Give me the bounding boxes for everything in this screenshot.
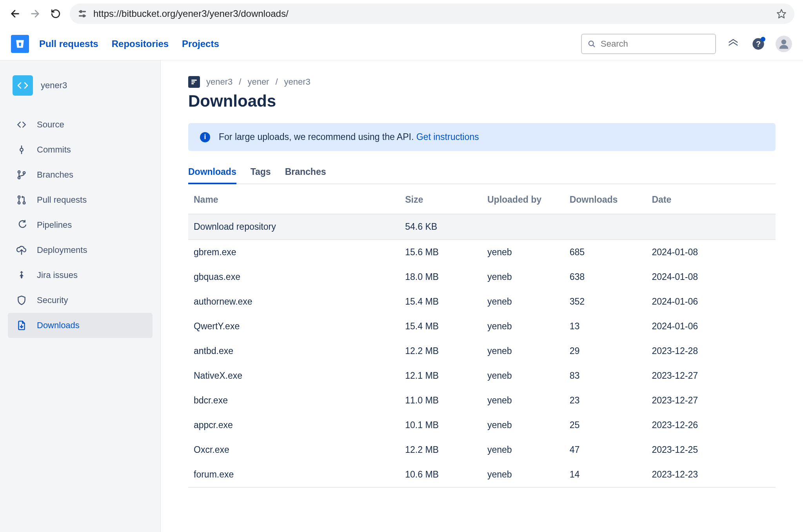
cell-name: authornew.exe [188, 289, 400, 314]
download-repo-row[interactable]: Download repository 54.6 KB [188, 214, 776, 240]
cell-name: gbquas.exe [188, 265, 400, 289]
table-row[interactable]: forum.exe10.6 MByeneb142023-12-23 [188, 462, 776, 487]
back-button[interactable] [9, 7, 21, 20]
svg-point-7 [83, 15, 85, 17]
svg-line-10 [593, 45, 594, 47]
reload-button[interactable] [49, 7, 62, 20]
cell-size: 15.4 MB [400, 289, 482, 314]
repo-name: yener3 [41, 80, 67, 91]
cell-downloads: 25 [564, 413, 647, 438]
branch-icon [16, 169, 27, 181]
breadcrumb-item-2[interactable]: yener3 [284, 77, 311, 87]
notification-dot [761, 37, 765, 42]
sidebar-item-label: Downloads [37, 320, 80, 330]
svg-rect-4 [79, 16, 82, 16]
sidebar-item-pipelines[interactable]: Pipelines [8, 212, 153, 238]
sidebar-item-pull-requests[interactable]: Pull requests [8, 187, 153, 212]
breadcrumb-item-1[interactable]: yener [247, 77, 269, 87]
table-row[interactable]: Oxcr.exe12.2 MByeneb472023-12-25 [188, 438, 776, 462]
breadcrumb-item-0[interactable]: yener3 [206, 77, 233, 87]
sidebar-item-label: Commits [37, 145, 71, 155]
tab-tags[interactable]: Tags [251, 163, 271, 184]
notifications-icon[interactable] [725, 36, 741, 52]
sidebar: yener3 SourceCommitsBranchesPull request… [0, 60, 161, 532]
search-input[interactable] [601, 39, 710, 49]
nav-projects[interactable]: Projects [182, 38, 219, 49]
cell-downloads: 14 [564, 462, 647, 487]
info-banner: i For large uploads, we recommend using … [188, 123, 776, 151]
table-row[interactable]: gbrem.exe15.6 MByeneb6852024-01-08 [188, 240, 776, 265]
cell-uploaded-by: yeneb [482, 363, 564, 388]
site-settings-icon[interactable] [78, 9, 87, 18]
tab-downloads[interactable]: Downloads [188, 163, 236, 184]
cell-downloads: 352 [564, 289, 647, 314]
tab-branches[interactable]: Branches [285, 163, 326, 184]
nav-pull-requests[interactable]: Pull requests [39, 38, 98, 49]
cell-date: 2023-12-27 [646, 388, 776, 413]
sidebar-item-label: Pull requests [37, 195, 87, 205]
sidebar-item-commits[interactable]: Commits [8, 137, 153, 162]
bitbucket-logo[interactable] [11, 35, 29, 53]
search-box[interactable] [581, 34, 716, 54]
browser-toolbar: https://bitbucket.org/yener3/yener3/down… [0, 0, 803, 27]
table-row[interactable]: appcr.exe10.1 MByeneb252023-12-26 [188, 413, 776, 438]
sidebar-item-security[interactable]: Security [8, 288, 153, 313]
sidebar-item-jira-issues[interactable]: Jira issues [8, 263, 153, 288]
sidebar-item-downloads[interactable]: Downloads [8, 313, 153, 338]
cell-uploaded-by: yeneb [482, 462, 564, 487]
banner-link[interactable]: Get instructions [416, 132, 479, 142]
nav-repositories[interactable]: Repositories [112, 38, 169, 49]
top-nav: Pull requests Repositories Projects [39, 38, 219, 49]
sidebar-item-label: Branches [37, 170, 73, 180]
cell-name: Download repository [188, 214, 400, 240]
sidebar-item-source[interactable]: Source [8, 112, 153, 137]
table-row[interactable]: QwertY.exe15.4 MByeneb132024-01-06 [188, 314, 776, 339]
cell-size: 54.6 KB [400, 214, 482, 240]
svg-rect-27 [191, 82, 195, 83]
table-row[interactable]: bdcr.exe11.0 MByeneb232023-12-27 [188, 388, 776, 413]
cell-name: antbd.exe [188, 339, 400, 363]
cell-name: Oxcr.exe [188, 438, 400, 462]
cell-name: bdcr.exe [188, 388, 400, 413]
cell-name: appcr.exe [188, 413, 400, 438]
sidebar-item-label: Source [37, 120, 64, 130]
deployments-icon [16, 244, 27, 256]
cell-downloads: 83 [564, 363, 647, 388]
bookmark-star-icon[interactable] [776, 9, 787, 19]
forward-button[interactable] [29, 7, 42, 20]
cell-date: 2024-01-08 [646, 265, 776, 289]
tabs: DownloadsTagsBranches [188, 163, 776, 184]
sidebar-item-label: Deployments [37, 245, 87, 255]
svg-marker-8 [777, 9, 786, 18]
user-avatar[interactable] [776, 36, 792, 52]
table-row[interactable]: authornew.exe15.4 MByeneb3522024-01-06 [188, 289, 776, 314]
repo-header[interactable]: yener3 [13, 75, 148, 96]
table-row[interactable]: antbd.exe12.2 MByeneb292023-12-28 [188, 339, 776, 363]
cell-uploaded-by: yeneb [482, 289, 564, 314]
url-bar[interactable]: https://bitbucket.org/yener3/yener3/down… [70, 4, 794, 24]
th-size: Size [400, 186, 482, 214]
svg-point-18 [18, 177, 20, 179]
cell-name: forum.exe [188, 462, 400, 487]
cell-uploaded-by: yeneb [482, 240, 564, 265]
breadcrumb: yener3 / yener / yener3 [188, 76, 776, 88]
cell-size: 18.0 MB [400, 265, 482, 289]
svg-point-19 [23, 172, 25, 174]
sidebar-item-deployments[interactable]: Deployments [8, 238, 153, 263]
cell-name: QwertY.exe [188, 314, 400, 339]
th-name: Name [188, 186, 400, 214]
cell-uploaded-by: yeneb [482, 413, 564, 438]
svg-text:?: ? [756, 39, 761, 48]
cell-uploaded-by: yeneb [482, 388, 564, 413]
pipelines-icon [16, 219, 27, 231]
project-icon [188, 76, 200, 88]
info-icon: i [200, 132, 210, 142]
cell-name: gbrem.exe [188, 240, 400, 265]
cell-size: 15.4 MB [400, 314, 482, 339]
svg-point-14 [20, 148, 23, 151]
sidebar-item-label: Jira issues [37, 270, 78, 280]
sidebar-item-branches[interactable]: Branches [8, 162, 153, 187]
help-icon[interactable]: ? [750, 36, 766, 52]
table-row[interactable]: NativeX.exe12.1 MByeneb832023-12-27 [188, 363, 776, 388]
table-row[interactable]: gbquas.exe18.0 MByeneb6382024-01-08 [188, 265, 776, 289]
